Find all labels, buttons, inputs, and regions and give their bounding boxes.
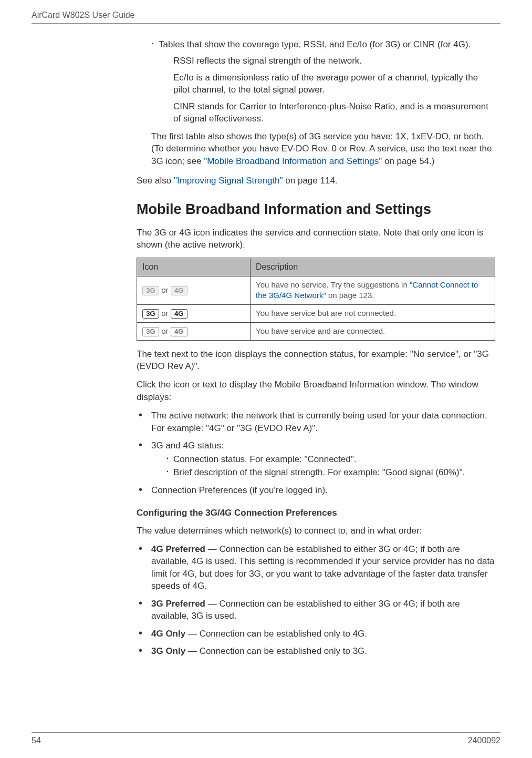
3g-icon: 3G [142,286,159,295]
main-content: Tables that show the coverage type, RSSI… [137,38,495,658]
4g-icon: 4G [171,286,187,295]
bullet-status: 3G and 4G status: Connection status. For… [137,439,495,478]
icon-or-text: or [159,285,171,294]
intro-sub-bullet: Tables that show the coverage type, RSSI… [151,38,495,50]
icon-cell-not-connected: 3G or 4G [137,305,251,323]
config-item-3g-preferred: 3G Preferred — Connection can be establi… [137,598,495,622]
after-table-2: Click the icon or text to display the Mo… [137,378,495,403]
intro-inner-2: Ec/Io is a dimensionless ratio of the av… [173,71,495,96]
intro-inner-3: CINR stands for Carrier to Interference-… [173,100,495,125]
bullet-conn-prefs: Connection Preferences (if you're logged… [137,484,495,496]
sub-bullet-signal-desc: Brief description of the signal strength… [166,466,495,478]
intro-after-bullet-post: on page 54.) [382,156,434,166]
3g-icon: 3G [142,327,159,336]
4g-icon: 4G [171,309,187,319]
desc-cell-no-service: You have no service. Try the suggestions… [251,276,495,304]
desc-post: on page 123. [326,291,374,300]
config-item-4g-preferred: 4G Preferred — Connection can be establi… [137,543,495,592]
intro-inner-1: RSSI reflects the signal strength of the… [173,55,495,67]
config-heading: Configuring the 3G/4G Connection Prefere… [137,507,495,519]
config-label: 3G Only [151,646,185,656]
section-lead: The 3G or 4G icon indicates the service … [137,227,495,251]
config-lead: The value determines which network(s) to… [137,525,495,537]
page-number: 54 [32,736,41,745]
bullet-status-text: 3G and 4G status: [151,441,224,450]
sub-bullet-conn-status: Connection status. For example: "Connect… [166,453,495,465]
after-table-1: The text next to the icon displays the c… [137,348,495,373]
icon-cell-no-service: 3G or 4G [137,276,251,304]
link-improving-signal[interactable]: "Improving Signal Strength" [174,176,283,186]
icon-or-text: or [159,326,171,335]
desc-cell-not-connected: You have service but are not connected. [251,305,495,323]
intro-after-bullet: The first table also shows the type(s) o… [151,130,495,167]
footer: 54 2400092 [32,732,500,745]
icon-table: Icon Description 3G or 4G You have no se… [137,258,495,341]
see-also-pre: See also [137,176,174,186]
icon-or-text: or [159,309,171,317]
see-also-post: on page 114. [283,176,338,186]
bullet-active-network: The active network: the network that is … [137,409,495,434]
3g-icon: 3G [142,309,159,319]
config-label: 4G Only [151,629,185,639]
table-row: 3G or 4G You have no service. Try the su… [137,276,495,304]
table-header-row: Icon Description [137,258,495,276]
table-head-icon: Icon [137,258,251,276]
config-text: — Connection can be established only to … [185,646,367,656]
table-head-desc: Description [251,258,495,276]
config-item-3g-only: 3G Only — Connection can be established … [137,645,495,657]
4g-icon: 4G [171,327,187,336]
doc-number: 2400092 [468,736,500,745]
header-title: AirCard W802S User Guide [32,0,500,23]
config-label: 3G Preferred [151,599,205,609]
icon-cell-connected: 3G or 4G [137,322,251,340]
see-also: See also "Improving Signal Strength" on … [137,175,495,187]
desc-pre: You have no service. Try the suggestions… [256,280,410,289]
table-row: 3G or 4G You have service but are not co… [137,305,495,323]
header-rule [32,23,500,24]
config-label: 4G Preferred [151,544,205,554]
config-text: — Connection can be established only to … [185,629,367,639]
desc-cell-connected: You have service and are connected. [251,322,495,340]
link-mobile-broadband[interactable]: "Mobile Broadband Information and Settin… [204,156,382,166]
table-row: 3G or 4G You have service and are connec… [137,322,495,340]
config-item-4g-only: 4G Only — Connection can be established … [137,628,495,640]
section-title: Mobile Broadband Information and Setting… [137,200,495,219]
